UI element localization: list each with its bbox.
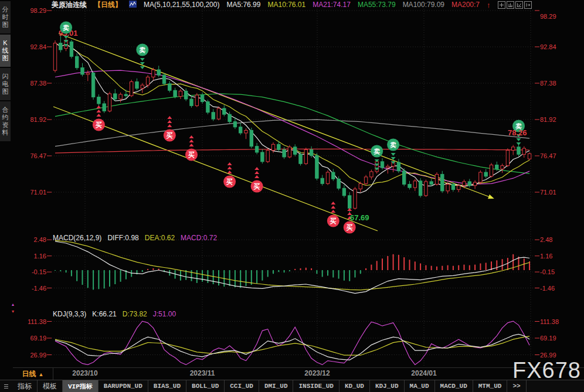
date-tick-label: 2023/10: [62, 369, 108, 377]
bottom-tab-12[interactable]: MACD_UD: [435, 380, 473, 392]
buy-marker: 买: [251, 167, 263, 193]
ma-settings-label: MA(5,10,21,55,100,200): [144, 1, 219, 9]
candles-layer: [53, 32, 531, 214]
ma-value: MA10:76.01: [267, 1, 305, 9]
period-selector[interactable]: 日线 ▲: [13, 368, 53, 380]
bottom-tab-10[interactable]: KDJ_UD: [370, 380, 405, 392]
ma-value: MA200:7: [451, 1, 480, 9]
svg-text:买: 买: [226, 178, 233, 185]
chart-canvas[interactable]: 98.2998.2992.8492.8487.3887.3881.9281.92…: [0, 0, 584, 392]
sidebar-item-0[interactable]: 分时图: [0, 1, 11, 33]
macd-macd-value: MACD:0.72: [181, 234, 217, 242]
chart-toolbar: [498, 1, 532, 9]
svg-text:71.01: 71.01: [540, 189, 556, 196]
bottom-tab-11[interactable]: MA_UD: [405, 380, 435, 392]
ma-value: MA5:76.99: [226, 1, 260, 9]
macd-dea-value: DEA:0.62: [145, 234, 175, 242]
buy-marker: 买: [164, 116, 176, 142]
bottom-tab-3[interactable]: BARUPDN_UD: [99, 380, 148, 392]
bottom-tab-9[interactable]: KD_UD: [339, 380, 370, 392]
indicator-tab-bar: 指标模板VIP指标BARUPDN_UDBIAS_UDBOLL_UDCCI_UDD…: [0, 380, 584, 392]
bottom-tab-14[interactable]: >>: [507, 380, 526, 392]
svg-text:1.16: 1.16: [34, 253, 46, 260]
period-tag: 【日线】: [94, 0, 122, 10]
ma-value: MA21:74.17: [313, 1, 351, 9]
pane-splitter-down-icon[interactable]: ▾: [12, 309, 14, 314]
svg-text:-0.15: -0.15: [32, 268, 46, 275]
date-tick-label: 2024/01: [400, 369, 447, 377]
kdj-k-value: K:66.21: [92, 310, 116, 318]
kdj-panel-header: KDJ(9,3,3) K:66.21 D:73.82 J:51.00: [53, 310, 176, 318]
bottom-tab-8[interactable]: INSIDE_UD: [293, 380, 339, 392]
sidebar-item-1[interactable]: K线图: [0, 35, 11, 67]
macd-name: MACD(26,12,9): [53, 234, 101, 242]
svg-text:67.69: 67.69: [350, 213, 369, 222]
grid-layout-icon[interactable]: [498, 1, 505, 9]
svg-text:2.48: 2.48: [540, 236, 552, 243]
svg-text:78.26: 78.26: [508, 128, 527, 137]
svg-text:71.01: 71.01: [30, 189, 46, 196]
kdj-name: KDJ(9,3,3): [53, 310, 86, 318]
ma-values: MA5:76.99MA10:76.01MA21:74.17MA55:73.79M…: [226, 1, 480, 9]
bottom-tab-13[interactable]: MTM_UD: [473, 380, 508, 392]
svg-text:81.92: 81.92: [540, 116, 556, 123]
svg-text:1.16: 1.16: [540, 253, 552, 260]
bottom-tab-5[interactable]: BOLL_UD: [186, 380, 225, 392]
kdj-layer: [55, 321, 529, 364]
svg-text:26.99: 26.99: [30, 352, 46, 359]
date-axis-row: 日线 ▲ 2023/102023/112023/122024/01: [13, 367, 584, 381]
svg-text:-1.46: -1.46: [540, 285, 555, 292]
svg-text:-1.46: -1.46: [32, 285, 46, 292]
bottom-tab-6[interactable]: CCI_UD: [225, 380, 259, 392]
buy-marker: 买: [327, 202, 339, 227]
svg-text:69.19: 69.19: [540, 335, 556, 342]
bottom-tab-7[interactable]: DMI_UD: [259, 380, 294, 392]
svg-text:2.48: 2.48: [34, 236, 46, 243]
app-root: 98.2998.2992.8492.8487.3887.3881.9281.92…: [0, 0, 584, 392]
pane-splitter-up-icon[interactable]: ▴: [12, 302, 14, 307]
indicator-menu-icon[interactable]: [0, 380, 12, 392]
svg-text:卖: 卖: [374, 148, 380, 155]
buy-marker: 买: [223, 162, 236, 188]
svg-text:76.47: 76.47: [540, 152, 556, 159]
svg-text:-0.15: -0.15: [540, 268, 555, 275]
sidebar-item-2[interactable]: 闪电图: [0, 68, 11, 100]
svg-text:卖: 卖: [63, 24, 69, 31]
svg-text:69.19: 69.19: [30, 335, 46, 342]
kdj-d-value: D:73.82: [123, 310, 147, 318]
svg-text:买: 买: [346, 224, 353, 231]
svg-text:87.38: 87.38: [540, 80, 556, 87]
bottom-tab-4[interactable]: BIAS_UD: [148, 380, 186, 392]
svg-text:98.29: 98.29: [30, 7, 46, 14]
period-selector-label: 日线: [22, 369, 36, 379]
date-tick-label: 2023/12: [294, 369, 341, 377]
markers-layer: 卖卖买买买买买买买卖卖卖: [60, 22, 525, 234]
main-pane-icon[interactable]: [507, 1, 514, 9]
bottom-tab-1[interactable]: 模板: [38, 380, 63, 392]
kdj-j-value: J:51.00: [153, 310, 176, 318]
bottom-tab-2[interactable]: VIP指标: [63, 380, 99, 392]
svg-text:买: 买: [188, 151, 195, 158]
svg-text:买: 买: [253, 183, 260, 190]
svg-text:92.84: 92.84: [30, 43, 46, 50]
macd-panel-header: MACD(26,12,9) DIFF:0.98 DEA:0.62 MACD:0.…: [53, 234, 217, 242]
expand-pane-icon[interactable]: [524, 1, 532, 9]
chart-header: 美原油连续 【日线】 MA(5,10,21,55,100,200) MA5:76…: [52, 0, 491, 9]
sub-pane-icon[interactable]: [515, 1, 523, 9]
svg-text:111.38: 111.38: [28, 318, 46, 325]
svg-text:26.99: 26.99: [540, 352, 556, 359]
trend-lines: [53, 33, 494, 231]
ma-value: MA55:73.79: [358, 1, 396, 9]
ma-layer: [55, 43, 529, 193]
svg-text:92.84: 92.84: [540, 43, 556, 50]
sidebar-item-3[interactable]: 合约资料: [0, 101, 11, 141]
bottom-tab-0[interactable]: 指标: [12, 380, 38, 392]
svg-text:买: 买: [330, 217, 337, 224]
sidebar: 分时图K线图闪电图合约资料: [0, 1, 11, 141]
svg-text:76.47: 76.47: [30, 152, 46, 159]
mini-chart-icon: [129, 1, 137, 9]
triangle-up-icon: ▲: [39, 371, 44, 377]
svg-text:买: 买: [95, 121, 102, 128]
svg-text:81.92: 81.92: [30, 116, 46, 123]
macd-diff-value: DIFF:0.98: [107, 234, 138, 242]
